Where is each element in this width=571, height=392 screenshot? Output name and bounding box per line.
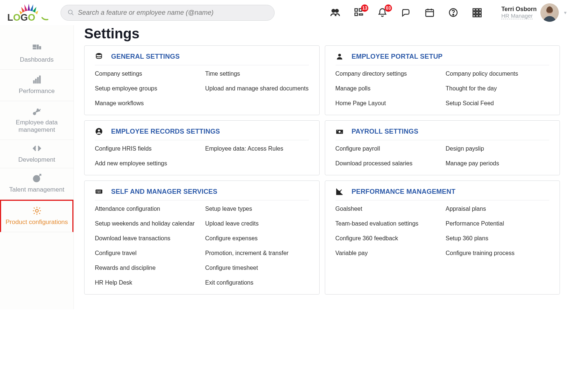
calendar-icon[interactable] xyxy=(424,7,436,18)
section-title: GENERAL SETTINGS xyxy=(111,53,180,61)
links-perf: GoalsheetTeam-based evaluation settingsC… xyxy=(336,206,550,257)
sidebar-item-label: Employee data management xyxy=(3,119,70,134)
settings-link[interactable]: Exit configurations xyxy=(205,279,309,286)
bell-badge: 03 xyxy=(385,4,392,12)
svg-rect-17 xyxy=(479,9,481,11)
svg-rect-30 xyxy=(35,79,36,83)
svg-point-44 xyxy=(337,130,338,131)
svg-rect-23 xyxy=(479,15,481,17)
links-payroll: Configure payrollDownload processed sala… xyxy=(336,145,550,167)
card-general-settings: GENERAL SETTINGS Company settingsSetup e… xyxy=(84,45,320,115)
settings-link[interactable]: Setup employee groups xyxy=(95,85,199,92)
sidebar-item-performance[interactable]: Performance xyxy=(0,70,73,101)
account-circle-icon xyxy=(95,127,103,135)
svg-rect-46 xyxy=(96,190,102,194)
sidebar-item-talent[interactable]: Talent management xyxy=(0,168,73,200)
settings-link[interactable]: Manage polls xyxy=(336,85,439,92)
settings-link[interactable]: Company policy documents xyxy=(446,71,549,77)
robot-arm-icon xyxy=(32,106,42,116)
settings-link[interactable]: Setup weekends and holiday calendar xyxy=(95,220,199,227)
gear-icon xyxy=(32,206,42,216)
links-general: Company settingsSetup employee groupsMan… xyxy=(95,71,309,107)
sidebar-item-dashboards[interactable]: Dashboards xyxy=(0,38,73,70)
help-icon[interactable] xyxy=(447,7,459,18)
settings-link[interactable]: Configure training process xyxy=(446,250,549,257)
settings-link[interactable]: Goalsheet xyxy=(336,206,439,212)
settings-link[interactable]: Configure travel xyxy=(95,250,199,257)
svg-rect-26 xyxy=(37,45,38,49)
chart-bars-icon xyxy=(32,75,42,85)
settings-link[interactable]: Configure timesheet xyxy=(205,265,309,271)
settings-link[interactable]: Team-based evaluation settings xyxy=(336,220,439,227)
sidebar-item-label: Performance xyxy=(19,87,55,95)
search-input-wrapper[interactable] xyxy=(61,5,275,21)
settings-link[interactable]: Employee data: Access Rules xyxy=(205,145,309,152)
svg-point-37 xyxy=(35,209,38,212)
links-records: Configure HRIS fieldsAdd new employee se… xyxy=(95,145,309,167)
settings-link[interactable]: Configure expenses xyxy=(205,235,309,242)
person-icon xyxy=(336,52,344,61)
settings-link[interactable]: Appraisal plans xyxy=(446,206,549,212)
settings-link[interactable]: Download leave transactions xyxy=(95,235,199,242)
settings-link[interactable]: Download processed salaries xyxy=(336,160,439,167)
sidebar-item-development[interactable]: Development xyxy=(0,140,73,168)
settings-link[interactable]: Home Page Layout xyxy=(336,100,439,107)
links-self: Attendance configurationSetup weekends a… xyxy=(95,206,309,286)
sidebar-item-label: Development xyxy=(18,156,55,164)
svg-rect-19 xyxy=(476,12,478,14)
search-input[interactable] xyxy=(78,9,268,17)
settings-link[interactable]: Setup Social Feed xyxy=(446,100,549,107)
org-icon[interactable]: 13 xyxy=(353,7,365,18)
settings-link[interactable]: Setup leave types xyxy=(205,206,309,212)
card-payroll: PAYROLL SETTINGS Configure payrollDownlo… xyxy=(325,120,560,175)
svg-rect-15 xyxy=(473,9,475,11)
settings-link[interactable]: Configure HRIS fields xyxy=(95,145,199,152)
settings-link[interactable]: Performance Potential xyxy=(446,220,549,227)
svg-rect-48 xyxy=(98,190,99,191)
bell-icon[interactable]: 03 xyxy=(376,7,388,18)
settings-link[interactable]: Setup 360 plans xyxy=(446,235,549,242)
keyboard-icon xyxy=(95,188,103,196)
settings-link[interactable]: Manage workflows xyxy=(95,100,199,107)
card-self-manager: SELF AND MANAGER SERVICES Attendance con… xyxy=(84,180,320,295)
settings-link[interactable]: Configure payroll xyxy=(336,145,439,152)
settings-link[interactable]: Add new employee settings xyxy=(95,160,199,167)
settings-link[interactable]: Thought for the day xyxy=(446,85,549,92)
sidebar-item-label: Product configurations xyxy=(6,219,68,226)
svg-text:LOGO: LOGO xyxy=(7,12,35,23)
main-content: Settings GENERAL SETTINGS Company settin… xyxy=(74,25,571,309)
settings-link[interactable]: Promotion, increment & transfer xyxy=(205,250,309,257)
settings-link[interactable]: Upload leave credits xyxy=(205,220,309,227)
section-title: EMPLOYEE PORTAL SETUP xyxy=(352,53,443,61)
settings-link[interactable]: Upload and manage shared documents xyxy=(205,85,309,92)
svg-line-2 xyxy=(72,13,73,15)
svg-point-45 xyxy=(341,133,342,133)
database-icon xyxy=(95,52,103,61)
sidebar-item-label: Talent management xyxy=(9,186,64,193)
chat-icon[interactable] xyxy=(400,7,412,18)
settings-link[interactable]: Attendance configuration xyxy=(95,206,199,212)
svg-point-14 xyxy=(453,14,454,15)
org-badge: 13 xyxy=(361,4,368,12)
svg-rect-25 xyxy=(33,45,36,47)
settings-link[interactable]: Configure 360 feedback xyxy=(336,235,439,242)
sidebar-item-employee-data[interactable]: Employee data management xyxy=(0,101,73,140)
people-icon[interactable] xyxy=(329,7,341,18)
apps-icon[interactable] xyxy=(471,7,483,18)
user-menu[interactable]: Terri Osborn HR Manager ▾ xyxy=(501,3,567,22)
svg-rect-27 xyxy=(33,48,36,49)
settings-link[interactable]: Design payslip xyxy=(446,145,549,152)
app-header: LOGO 13 03 T xyxy=(0,0,571,25)
sidebar-item-product-config[interactable]: Product configurations xyxy=(0,200,73,232)
svg-rect-8 xyxy=(359,14,362,16)
settings-link[interactable]: HR Help Desk xyxy=(95,279,199,286)
settings-link[interactable]: Company settings xyxy=(95,71,199,77)
settings-link[interactable]: Manage pay periods xyxy=(446,160,549,167)
settings-link[interactable]: Company directory settings xyxy=(336,71,439,77)
svg-rect-31 xyxy=(37,78,38,83)
settings-link[interactable]: Variable pay xyxy=(336,250,439,257)
settings-link[interactable]: Time settings xyxy=(205,71,309,77)
settings-link[interactable]: Rewards and discipline xyxy=(95,265,199,271)
code-icon xyxy=(32,144,42,153)
card-employee-records: EMPLOYEE RECORDS SETTINGS Configure HRIS… xyxy=(84,120,320,175)
